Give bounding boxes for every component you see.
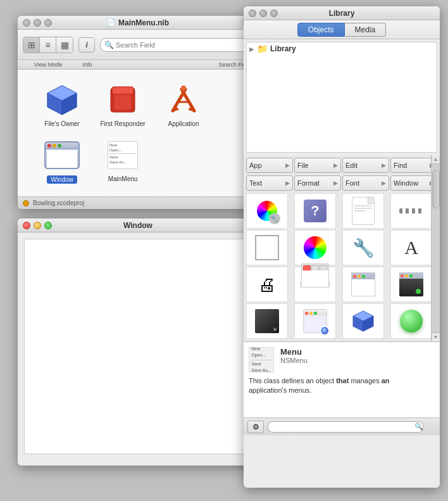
minimize-button[interactable] (34, 19, 41, 27)
icon-cell-green-ball[interactable] (390, 303, 432, 339)
menu-btn-app[interactable]: App ▶ (246, 158, 293, 173)
lib-traffic-lights (249, 10, 278, 17)
library-tree: ▶ 📁 Library (246, 42, 437, 153)
scrollbar[interactable]: ▲ ▼ (431, 155, 440, 341)
view-mode-group: ⊞ ≡ ▦ (23, 37, 73, 53)
icon-cell-dash[interactable] (390, 193, 432, 229)
tree-arrow-icon: ▶ (249, 46, 254, 53)
window-canvas (24, 239, 252, 454)
icon-cell-box[interactable] (246, 230, 288, 265)
mainmenu-label: MainMenu (108, 175, 138, 182)
edit-arrow-icon: ▶ (382, 162, 386, 168)
lib-desc-header: New Open... Save Save As... Menu NSMenu (249, 347, 435, 372)
library-tabs: Objects Media (244, 20, 440, 39)
library-title: Library (329, 9, 355, 18)
bottom-titlebar: Window (18, 219, 258, 232)
lib-desc-icon: New Open... Save Save As... (249, 347, 274, 372)
lib-bottom-bar: ⚙ 🔍 (244, 417, 440, 435)
gear-icon: ⚙ (252, 422, 259, 431)
scroll-up-btn[interactable]: ▲ (432, 155, 440, 164)
tab-media[interactable]: Media (345, 23, 387, 37)
menu-btn-format[interactable]: Format ▶ (294, 175, 341, 191)
icon-cell-doc-panel[interactable] (294, 303, 336, 339)
nib-status-bar: Bowling.xcodeproj ⇲ (18, 196, 258, 209)
lib-minimize-btn[interactable] (259, 10, 267, 17)
svg-rect-8 (115, 96, 131, 110)
close-button[interactable] (23, 19, 30, 27)
info-button[interactable]: i (78, 37, 95, 53)
window-icon (44, 137, 80, 173)
first-responder-icon (105, 82, 140, 118)
icon-cell-tools[interactable]: 🔧 (342, 230, 384, 265)
mainmenu-icon: New Open... Save Save As... (105, 137, 140, 173)
lib-maximize-btn[interactable] (270, 10, 278, 17)
icon-cell-dark-square[interactable]: ⇲ (246, 303, 288, 339)
search-input[interactable] (100, 38, 253, 52)
icon-cell-printer[interactable]: 🖨 (246, 267, 288, 302)
icon-cell-question[interactable]: ? (294, 193, 336, 229)
library-tree-row[interactable]: ▶ 📁 Library (247, 42, 437, 55)
lib-close-btn[interactable] (249, 10, 256, 17)
nib-window: 📄 MainMenu.nib ⇔ ⊞ ≡ ▦ i 🔍 View Mode Inf… (18, 16, 258, 209)
lib-search-icon: 🔍 (414, 422, 423, 431)
icon-cell-doc[interactable] (342, 193, 384, 229)
info-label: Info (75, 61, 100, 68)
color-wheel-2-icon (304, 236, 327, 259)
icon-cell-panel-red[interactable] (390, 267, 432, 302)
question-icon: ? (304, 200, 327, 222)
first-responder-label: First Responder (100, 120, 145, 127)
nib-item-window[interactable]: Window (37, 137, 87, 184)
bottom-window: Window (18, 219, 258, 466)
nib-item-files-owner[interactable]: File's Owner (37, 82, 87, 127)
nib-titlebar: 📄 MainMenu.nib ⇔ (18, 16, 258, 30)
nib-item-first-responder[interactable]: First Responder (97, 82, 148, 127)
tree-folder-icon: 📁 (257, 44, 268, 54)
icon-grid: 🔧 ? (246, 193, 437, 339)
library-window: Library Objects Media ▶ 📁 Library App ▶ … (244, 6, 440, 488)
document-icon (352, 197, 375, 225)
svg-point-12 (181, 86, 186, 91)
icon-cell-small-panel[interactable] (342, 267, 384, 302)
view-mode-list-btn[interactable]: ≡ (40, 37, 56, 53)
view-mode-column-btn[interactable]: ▦ (56, 37, 73, 53)
file-arrow-icon: ▶ (333, 162, 338, 168)
nib-toolbar: ⊞ ≡ ▦ i 🔍 (18, 30, 258, 60)
menu-btn-text[interactable]: Text ▶ (246, 175, 293, 191)
close-btn[interactable] (23, 222, 30, 229)
icon-cell-font-a[interactable]: A (390, 230, 432, 265)
nib-item-mainmenu[interactable]: New Open... Save Save As... MainMenu (97, 137, 148, 184)
menu-btn-edit[interactable]: Edit ▶ (342, 158, 389, 173)
scroll-down-btn[interactable]: ▼ (432, 333, 440, 341)
icon-cell-tab-panel[interactable] (294, 267, 336, 302)
format-arrow-icon: ▶ (333, 180, 338, 186)
icon-cell-color-wheel-2[interactable] (294, 230, 336, 265)
icon-cell-colorwheel-tools[interactable]: 🔧 (246, 193, 288, 229)
view-mode-icon-btn[interactable]: ⊞ (23, 37, 40, 53)
lib-desc-subtitle: NSMenu (280, 357, 308, 364)
status-text: Bowling.xcodeproj (33, 200, 84, 206)
tools-icon: 🔧 (352, 238, 375, 258)
maximize-button[interactable] (44, 19, 52, 27)
lib-description: New Open... Save Save As... Menu NSMenu … (244, 341, 440, 417)
menu-btn-font[interactable]: Font ▶ (342, 175, 389, 191)
status-indicator (23, 200, 29, 206)
bottom-traffic-lights (23, 222, 52, 229)
gear-button[interactable]: ⚙ (247, 421, 264, 433)
nib-item-application[interactable]: Application (158, 82, 209, 127)
lib-search-input[interactable] (268, 421, 423, 433)
tools-overlay-icon: 🔧 (269, 213, 280, 224)
scroll-thumb[interactable] (432, 170, 440, 208)
menu-btn-window[interactable]: Window ▶ (390, 175, 437, 191)
lib-desc-title: Menu (280, 347, 308, 357)
icon-cell-3d-cube[interactable] (342, 303, 384, 339)
font-arrow-icon: ▶ (382, 180, 386, 186)
application-icon (166, 82, 201, 118)
minimize-btn[interactable] (34, 222, 41, 229)
files-owner-label: File's Owner (44, 120, 79, 127)
small-panel-icon (351, 272, 375, 296)
maximize-btn[interactable] (44, 222, 52, 229)
window-label: Window (47, 175, 77, 184)
menu-btn-find[interactable]: Find ▶ (390, 158, 437, 173)
menu-btn-file[interactable]: File ▶ (294, 158, 341, 173)
tab-objects[interactable]: Objects (297, 23, 345, 37)
